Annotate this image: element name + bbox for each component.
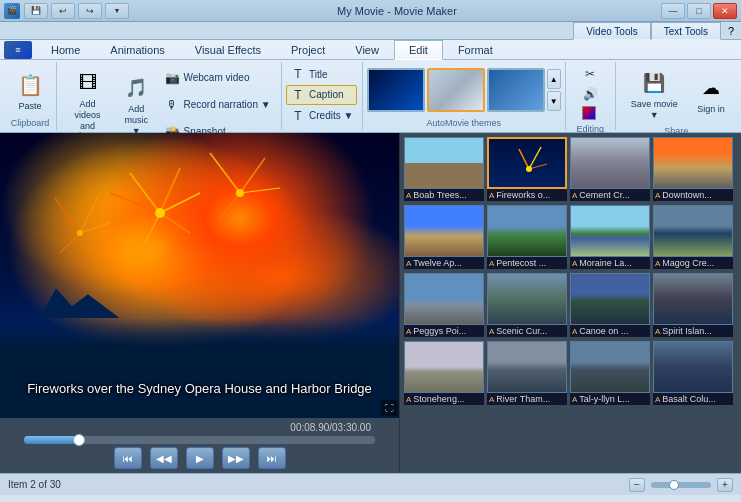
play-button[interactable]: ▶: [186, 447, 214, 469]
fullscreen-button[interactable]: ⛶: [381, 400, 397, 416]
theme-scroll-up[interactable]: ▲: [547, 69, 561, 89]
title-bar-left: 🎬 💾 ↩ ↪ ▼ My Movie - Movie Maker: [4, 3, 661, 19]
theme-2[interactable]: [427, 68, 485, 112]
tab-animations[interactable]: Animations: [95, 40, 179, 59]
clip-canoe-thumb: [570, 273, 650, 325]
item-count: Item 2 of 30: [8, 479, 61, 490]
clip-icon: A: [655, 327, 660, 336]
fast-forward-button[interactable]: ▶▶: [222, 447, 250, 469]
add-music-button[interactable]: 🎵 Addmusic ▼: [116, 69, 157, 139]
theme-3-preview: [489, 70, 543, 110]
progress-bar[interactable]: [24, 436, 376, 444]
color-button[interactable]: [578, 104, 602, 122]
tab-edit[interactable]: Edit: [394, 40, 443, 60]
clip-moraine[interactable]: AMoraine La...: [570, 205, 650, 269]
clip-magog-label: AMagog Cre...: [653, 257, 733, 269]
zoom-slider[interactable]: [651, 482, 711, 488]
zoom-thumb[interactable]: [669, 480, 679, 490]
storyboard-row-2: ATwelve Ap... APentecost ... AMoraine La…: [404, 205, 737, 269]
clip-basalt[interactable]: ABasalt Colu...: [653, 341, 733, 405]
minimize-button[interactable]: —: [661, 3, 685, 19]
trim-icon: ✂: [582, 66, 598, 82]
clip-stonehenge-thumb: [404, 341, 484, 393]
clip-magog[interactable]: AMagog Cre...: [653, 205, 733, 269]
clip-fireworks[interactable]: AFireworks o...: [487, 137, 567, 201]
webcam-icon: 📷: [164, 70, 180, 86]
clip-icon: A: [489, 327, 494, 336]
clip-icon: A: [572, 395, 577, 404]
ribbon-content: 📋 Paste Clipboard 🎞 Add videosand photos…: [0, 60, 741, 132]
app-icon: 🎬: [4, 3, 20, 19]
trim-button[interactable]: ✂: [578, 64, 602, 84]
clip-spirit[interactable]: ASpirit Islan...: [653, 273, 733, 337]
next-clip-button[interactable]: ⏭: [258, 447, 286, 469]
theme-scroll-down[interactable]: ▼: [547, 91, 561, 111]
ribbon-group-editing: ✂ 🔊 Editing: [566, 62, 616, 130]
title-button[interactable]: T Title: [286, 64, 357, 84]
clip-canoe[interactable]: ACanoe on ...: [570, 273, 650, 337]
theme-1[interactable]: [367, 68, 425, 112]
quick-access-dropdown[interactable]: ▼: [105, 3, 129, 19]
tab-project[interactable]: Project: [276, 40, 340, 59]
text-col: T Title T Caption T Credits ▼: [286, 64, 357, 126]
clip-cement[interactable]: ACement Cr...: [570, 137, 650, 201]
tab-visual-effects[interactable]: Visual Effects: [180, 40, 276, 59]
quick-access-save[interactable]: 💾: [24, 3, 48, 19]
tab-video-tools[interactable]: Video Tools: [573, 22, 650, 40]
clip-stonehenge[interactable]: AStoneheng...: [404, 341, 484, 405]
ribbon-group-text: T Title T Caption T Credits ▼: [282, 62, 363, 130]
help-button[interactable]: ?: [721, 22, 741, 40]
caption-button[interactable]: T Caption: [286, 85, 357, 105]
clip-pentecost[interactable]: APentecost ...: [487, 205, 567, 269]
office-button[interactable]: ≡: [4, 41, 32, 59]
clip-tal-thumb: [570, 341, 650, 393]
zoom-in-button[interactable]: +: [717, 478, 733, 492]
tab-text-tools[interactable]: Text Tools: [651, 22, 721, 40]
clip-peggys-label: APeggys Poi...: [404, 325, 484, 337]
sign-in-button[interactable]: ☁ Sign in: [691, 69, 731, 118]
paste-button[interactable]: 📋 Paste: [9, 66, 51, 115]
clip-downtown[interactable]: ADowntown...: [653, 137, 733, 201]
clip-river-thames[interactable]: ARiver Tham...: [487, 341, 567, 405]
clip-icon: A: [489, 259, 494, 268]
zoom-out-button[interactable]: −: [629, 478, 645, 492]
tab-view[interactable]: View: [340, 40, 394, 59]
progress-thumb[interactable]: [73, 434, 85, 446]
theme-3[interactable]: [487, 68, 545, 112]
webcam-video-button[interactable]: 📷 Webcam video: [160, 68, 274, 88]
quick-access-redo[interactable]: ↪: [78, 3, 102, 19]
add-videos-icon: 🎞: [72, 67, 104, 99]
svg-point-11: [236, 189, 244, 197]
clip-basalt-thumb: [653, 341, 733, 393]
clip-twelve[interactable]: ATwelve Ap...: [404, 205, 484, 269]
paste-icon: 📋: [14, 69, 46, 101]
record-narration-button[interactable]: 🎙 Record narration ▼: [160, 95, 274, 115]
clip-icon: A: [655, 259, 660, 268]
clip-peggys[interactable]: APeggys Poi...: [404, 273, 484, 337]
tab-home[interactable]: Home: [36, 40, 95, 59]
storyboard-panel: ABoab Trees... AFireworks: [400, 133, 741, 473]
ribbon-group-add: 🎞 Add videosand photos 🎵 Addmusic ▼ 📷 We…: [57, 62, 282, 130]
quick-access-undo[interactable]: ↩: [51, 3, 75, 19]
svg-point-6: [155, 208, 165, 218]
tab-format[interactable]: Format: [443, 40, 508, 59]
maximize-button[interactable]: □: [687, 3, 711, 19]
svg-point-20: [526, 166, 532, 172]
save-movie-button[interactable]: 💾 Save movie ▼: [622, 64, 687, 124]
storyboard-row-4: AStoneheng... ARiver Tham... ATal-y-llyn…: [404, 341, 737, 405]
volume-button[interactable]: 🔊: [578, 84, 602, 104]
playback-controls: ⏮ ◀◀ ▶ ▶▶ ⏭: [114, 447, 286, 469]
clip-boab-trees[interactable]: ABoab Trees...: [404, 137, 484, 201]
clip-downtown-thumb: [653, 137, 733, 189]
clipboard-group-label: Clipboard: [11, 118, 50, 128]
credits-button[interactable]: T Credits ▼: [286, 106, 357, 126]
rewind-button[interactable]: ◀◀: [150, 447, 178, 469]
clip-tal-y-llyn[interactable]: ATal-y-llyn L...: [570, 341, 650, 405]
clip-scenic[interactable]: AScenic Cur...: [487, 273, 567, 337]
prev-clip-button[interactable]: ⏮: [114, 447, 142, 469]
clip-boab-label: ABoab Trees...: [404, 189, 484, 201]
storyboard-scroll[interactable]: ABoab Trees... AFireworks: [400, 133, 741, 473]
svg-line-7: [210, 153, 240, 193]
status-bar-right: − +: [629, 478, 733, 492]
close-button[interactable]: ✕: [713, 3, 737, 19]
